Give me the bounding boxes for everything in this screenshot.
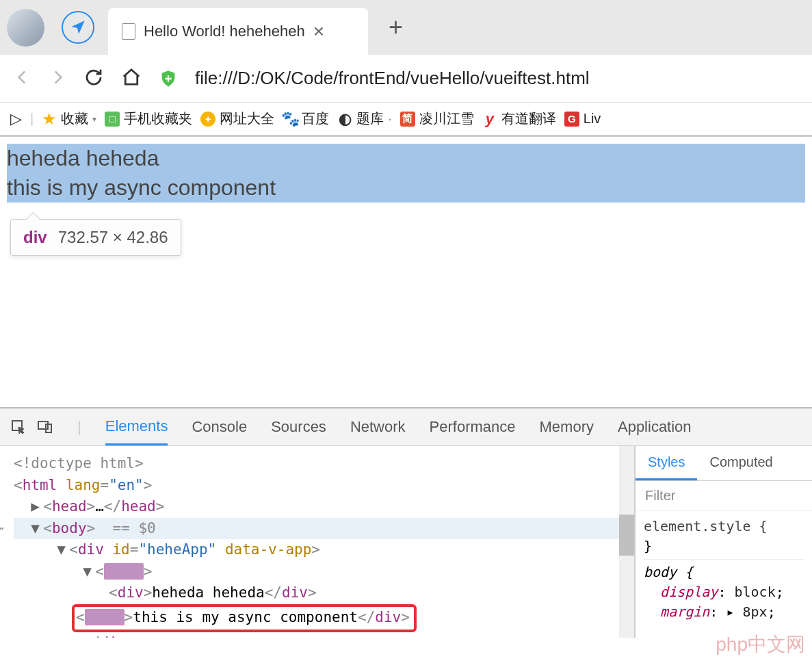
navigation-icon[interactable] — [62, 11, 94, 44]
home-button[interactable] — [121, 67, 142, 90]
forward-button[interactable] — [49, 68, 66, 88]
tab-performance[interactable]: Performance — [430, 410, 516, 444]
tab-styles[interactable]: Styles — [636, 446, 697, 480]
bookmark-liv[interactable]: GLiv — [564, 111, 601, 127]
bookmark-lingchuan[interactable]: 简凌川江雪 — [400, 109, 474, 128]
devtools-panel: | Elements Console Sources Network Perfo… — [0, 407, 812, 638]
favorites-button[interactable]: ★收藏▾ — [42, 109, 96, 129]
browser-tab[interactable]: Hello World! heheheheh × — [108, 8, 368, 55]
tab-memory[interactable]: Memory — [540, 410, 594, 444]
close-icon[interactable]: × — [313, 21, 324, 42]
tab-computed[interactable]: Computed — [697, 446, 785, 480]
device-icon[interactable] — [37, 419, 53, 435]
highlighted-element: heheda heheda this is my async component — [7, 144, 805, 203]
menu-toggle-icon[interactable]: ▷ — [10, 110, 22, 128]
tab-application[interactable]: Application — [618, 410, 692, 444]
tab-title: Hello World! heheheheh — [144, 23, 305, 40]
content-line-2: this is my async component — [7, 173, 805, 203]
tooltip-tag: div — [23, 228, 47, 247]
tab-elements[interactable]: Elements — [105, 409, 168, 445]
highlighted-source-line: <div>this is my async component</div> — [72, 604, 417, 633]
browser-chrome: Hello World! heheheheh × + file:///D:/OK… — [0, 0, 812, 137]
shield-icon — [159, 69, 178, 88]
bookmark-url-all[interactable]: +网址大全 — [200, 109, 274, 128]
tab-network[interactable]: Network — [350, 410, 406, 444]
inspector-tooltip: div 732.57 × 42.86 — [10, 219, 181, 256]
url-bar[interactable]: file:///D:/OK/Code/frontEnd/vueHello/vue… — [195, 68, 590, 89]
avatar[interactable] — [7, 9, 44, 47]
tab-strip: Hello World! heheheheh × + — [0, 0, 812, 55]
scrollbar-thumb[interactable] — [619, 515, 634, 556]
tooltip-dimensions: 732.57 × 42.86 — [58, 228, 168, 247]
elements-panel[interactable]: ⋯ <!doctype html> <html lang="en"> ▶<hea… — [0, 446, 634, 638]
bookmark-tiku[interactable]: ◐题库· — [337, 109, 392, 128]
nav-bar: file:///D:/OK/Code/frontEnd/vueHello/vue… — [0, 55, 812, 103]
content-line-1: heheda heheda — [7, 144, 805, 173]
styles-panel: Styles Computed Filter element.style { }… — [634, 446, 812, 638]
bookmark-youdao[interactable]: y有道翻译 — [482, 109, 556, 128]
new-tab-button[interactable]: + — [389, 13, 403, 42]
devtools-body: ⋯ <!doctype html> <html lang="en"> ▶<hea… — [0, 446, 812, 638]
bookmark-mobile-fav[interactable]: □手机收藏夹 — [105, 109, 192, 128]
inspect-icon[interactable] — [10, 419, 27, 435]
tab-sources[interactable]: Sources — [271, 410, 326, 444]
tab-console[interactable]: Console — [192, 410, 247, 444]
devtools-tabs: | Elements Console Sources Network Perfo… — [0, 409, 812, 446]
back-button[interactable] — [14, 68, 31, 88]
bookmark-bar: ▷ | ★收藏▾ □手机收藏夹 +网址大全 🐾百度 ◐题库· 简凌川江雪 y有道… — [0, 103, 812, 137]
page-viewport: heheda heheda this is my async component… — [0, 137, 812, 407]
file-icon — [122, 23, 135, 40]
styles-filter[interactable]: Filter — [636, 481, 812, 511]
styles-rules: element.style { } body { display: block;… — [636, 511, 812, 627]
refresh-button[interactable] — [83, 67, 104, 90]
bookmark-baidu[interactable]: 🐾百度 — [283, 109, 329, 128]
ellipsis-icon: ⋯ — [0, 519, 4, 537]
